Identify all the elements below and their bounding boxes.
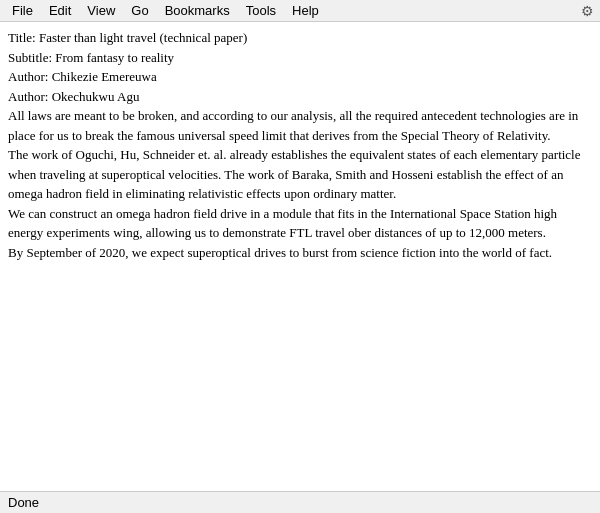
title-line: Title: Faster than light travel (technic… [8, 28, 592, 48]
menu-help[interactable]: Help [284, 2, 327, 19]
menu-go[interactable]: Go [123, 2, 156, 19]
menubar: File Edit View Go Bookmarks Tools Help ⚙ [0, 0, 600, 22]
menu-edit[interactable]: Edit [41, 2, 79, 19]
statusbar: Done [0, 491, 600, 513]
paragraph-3: We can construct an omega hadron field d… [8, 204, 592, 243]
menu-view[interactable]: View [79, 2, 123, 19]
content-area: Title: Faster than light travel (technic… [0, 22, 600, 491]
paragraph-4: By September of 2020, we expect superopt… [8, 243, 592, 263]
menu-file[interactable]: File [4, 2, 41, 19]
subtitle-line: Subtitle: From fantasy to reality [8, 48, 592, 68]
author-line-1: Author: Chikezie Emereuwa [8, 67, 592, 87]
author-line-2: Author: Okechukwu Agu [8, 87, 592, 107]
gear-icon[interactable]: ⚙ [581, 2, 594, 19]
paragraph-2: The work of Oguchi, Hu, Schneider et. al… [8, 145, 592, 204]
status-text: Done [8, 495, 39, 510]
menu-tools[interactable]: Tools [238, 2, 284, 19]
paragraph-1: All laws are meant to be broken, and acc… [8, 106, 592, 145]
menu-bookmarks[interactable]: Bookmarks [157, 2, 238, 19]
